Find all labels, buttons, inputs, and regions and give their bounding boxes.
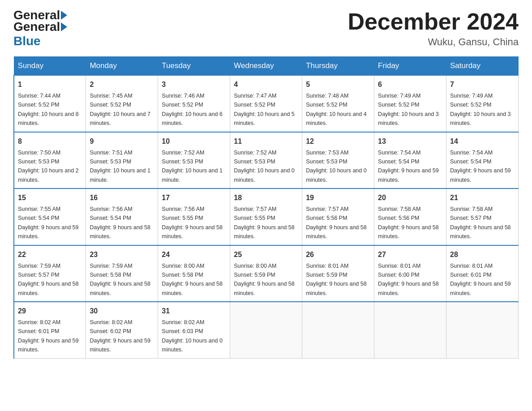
logo-blue-text: Blue <box>13 34 41 48</box>
calendar-week-row: 29 Sunrise: 8:02 AMSunset: 6:01 PMDaylig… <box>14 302 519 358</box>
table-row: 22 Sunrise: 7:59 AMSunset: 5:57 PMDaylig… <box>14 245 86 302</box>
calendar-week-row: 1 Sunrise: 7:44 AMSunset: 5:52 PMDayligh… <box>14 75 519 132</box>
day-info: Sunrise: 7:52 AMSunset: 5:53 PMDaylight:… <box>234 150 295 183</box>
col-friday: Friday <box>374 57 446 76</box>
location-title: Wuku, Gansu, China <box>348 36 519 48</box>
day-info: Sunrise: 7:58 AMSunset: 5:56 PMDaylight:… <box>378 206 439 240</box>
day-number: 18 <box>234 193 298 203</box>
logo-triangle-icon <box>61 11 67 20</box>
table-row: 24 Sunrise: 8:00 AMSunset: 5:58 PMDaylig… <box>158 245 230 302</box>
day-number: 1 <box>18 79 82 90</box>
day-info: Sunrise: 8:00 AMSunset: 5:58 PMDaylight:… <box>162 263 223 296</box>
table-row: 14 Sunrise: 7:54 AMSunset: 5:54 PMDaylig… <box>446 132 519 189</box>
day-number: 23 <box>90 249 154 260</box>
day-number: 12 <box>306 136 370 147</box>
table-row: 2 Sunrise: 7:45 AMSunset: 5:52 PMDayligh… <box>86 75 158 132</box>
day-number: 20 <box>378 193 442 203</box>
table-row: 23 Sunrise: 7:59 AMSunset: 5:58 PMDaylig… <box>86 245 158 302</box>
table-row: 8 Sunrise: 7:50 AMSunset: 5:53 PMDayligh… <box>14 132 86 189</box>
day-info: Sunrise: 8:01 AMSunset: 6:00 PMDaylight:… <box>378 263 439 296</box>
table-row: 20 Sunrise: 7:58 AMSunset: 5:56 PMDaylig… <box>374 188 446 245</box>
day-number: 5 <box>306 79 370 90</box>
day-info: Sunrise: 7:51 AMSunset: 5:53 PMDaylight:… <box>90 150 150 183</box>
logo-general-text2: General <box>13 20 60 34</box>
table-row: 26 Sunrise: 8:01 AMSunset: 5:59 PMDaylig… <box>302 245 374 302</box>
day-info: Sunrise: 7:49 AMSunset: 5:52 PMDaylight:… <box>378 93 439 126</box>
day-number: 8 <box>18 136 82 147</box>
col-tuesday: Tuesday <box>158 57 230 76</box>
day-info: Sunrise: 7:55 AMSunset: 5:54 PMDaylight:… <box>18 206 79 240</box>
table-row: 9 Sunrise: 7:51 AMSunset: 5:53 PMDayligh… <box>86 132 158 189</box>
table-row: 10 Sunrise: 7:52 AMSunset: 5:53 PMDaylig… <box>158 132 230 189</box>
day-number: 13 <box>378 136 442 147</box>
table-row: 16 Sunrise: 7:56 AMSunset: 5:54 PMDaylig… <box>86 188 158 245</box>
table-row: 21 Sunrise: 7:58 AMSunset: 5:57 PMDaylig… <box>446 188 519 245</box>
day-number: 3 <box>162 79 226 90</box>
day-info: Sunrise: 8:01 AMSunset: 5:59 PMDaylight:… <box>306 263 367 296</box>
month-title: December 2024 <box>348 9 519 34</box>
table-row: 29 Sunrise: 8:02 AMSunset: 6:01 PMDaylig… <box>14 302 86 358</box>
day-info: Sunrise: 8:02 AMSunset: 6:02 PMDaylight:… <box>90 319 150 353</box>
logo: General General Blue <box>13 9 68 48</box>
table-row: 6 Sunrise: 7:49 AMSunset: 5:52 PMDayligh… <box>374 75 446 132</box>
day-number: 16 <box>90 193 154 203</box>
calendar-week-row: 15 Sunrise: 7:55 AMSunset: 5:54 PMDaylig… <box>14 188 519 245</box>
day-info: Sunrise: 8:02 AMSunset: 6:03 PMDaylight:… <box>162 319 223 353</box>
day-number: 14 <box>450 136 515 147</box>
day-info: Sunrise: 7:54 AMSunset: 5:54 PMDaylight:… <box>450 150 511 183</box>
day-info: Sunrise: 8:00 AMSunset: 5:59 PMDaylight:… <box>234 263 295 296</box>
table-row: 12 Sunrise: 7:53 AMSunset: 5:53 PMDaylig… <box>302 132 374 189</box>
calendar-header-row: Sunday Monday Tuesday Wednesday Thursday… <box>14 57 519 76</box>
table-row: 5 Sunrise: 7:48 AMSunset: 5:52 PMDayligh… <box>302 75 374 132</box>
day-number: 11 <box>234 136 298 147</box>
day-number: 6 <box>378 79 442 90</box>
day-info: Sunrise: 7:48 AMSunset: 5:52 PMDaylight:… <box>306 93 367 126</box>
day-number: 26 <box>306 249 370 260</box>
table-row <box>374 302 446 358</box>
col-monday: Monday <box>86 57 158 76</box>
day-info: Sunrise: 8:01 AMSunset: 6:01 PMDaylight:… <box>450 263 511 296</box>
day-number: 25 <box>234 249 298 260</box>
table-row: 15 Sunrise: 7:55 AMSunset: 5:54 PMDaylig… <box>14 188 86 245</box>
day-number: 19 <box>306 193 370 203</box>
col-saturday: Saturday <box>446 57 519 76</box>
table-row: 30 Sunrise: 8:02 AMSunset: 6:02 PMDaylig… <box>86 302 158 358</box>
table-row: 3 Sunrise: 7:46 AMSunset: 5:52 PMDayligh… <box>158 75 230 132</box>
table-row: 17 Sunrise: 7:56 AMSunset: 5:55 PMDaylig… <box>158 188 230 245</box>
logo-triangle-icon2 <box>61 22 67 31</box>
day-info: Sunrise: 7:47 AMSunset: 5:52 PMDaylight:… <box>234 93 295 126</box>
day-number: 30 <box>90 306 154 317</box>
page-header: General General Blue December 2024 Wuku,… <box>13 9 519 48</box>
table-row: 4 Sunrise: 7:47 AMSunset: 5:52 PMDayligh… <box>230 75 302 132</box>
day-number: 4 <box>234 79 298 90</box>
day-number: 22 <box>18 249 82 260</box>
day-info: Sunrise: 7:56 AMSunset: 5:54 PMDaylight:… <box>90 206 150 240</box>
day-number: 28 <box>450 249 515 260</box>
day-number: 21 <box>450 193 515 203</box>
day-info: Sunrise: 7:52 AMSunset: 5:53 PMDaylight:… <box>162 150 223 183</box>
table-row <box>230 302 302 358</box>
table-row: 11 Sunrise: 7:52 AMSunset: 5:53 PMDaylig… <box>230 132 302 189</box>
day-info: Sunrise: 7:53 AMSunset: 5:53 PMDaylight:… <box>306 150 367 183</box>
day-info: Sunrise: 7:49 AMSunset: 5:52 PMDaylight:… <box>450 93 511 126</box>
table-row <box>446 302 519 358</box>
table-row: 31 Sunrise: 8:02 AMSunset: 6:03 PMDaylig… <box>158 302 230 358</box>
day-info: Sunrise: 7:58 AMSunset: 5:57 PMDaylight:… <box>450 206 511 240</box>
day-info: Sunrise: 7:54 AMSunset: 5:54 PMDaylight:… <box>378 150 439 183</box>
table-row: 1 Sunrise: 7:44 AMSunset: 5:52 PMDayligh… <box>14 75 86 132</box>
day-number: 10 <box>162 136 226 147</box>
day-number: 29 <box>18 306 82 317</box>
col-sunday: Sunday <box>14 57 86 76</box>
day-number: 9 <box>90 136 154 147</box>
day-number: 31 <box>162 306 226 317</box>
table-row: 25 Sunrise: 8:00 AMSunset: 5:59 PMDaylig… <box>230 245 302 302</box>
calendar-week-row: 8 Sunrise: 7:50 AMSunset: 5:53 PMDayligh… <box>14 132 519 189</box>
col-thursday: Thursday <box>302 57 374 76</box>
day-number: 24 <box>162 249 226 260</box>
day-info: Sunrise: 7:57 AMSunset: 5:56 PMDaylight:… <box>306 206 367 240</box>
table-row: 19 Sunrise: 7:57 AMSunset: 5:56 PMDaylig… <box>302 188 374 245</box>
day-info: Sunrise: 7:45 AMSunset: 5:52 PMDaylight:… <box>90 93 150 126</box>
title-area: December 2024 Wuku, Gansu, China <box>348 9 519 48</box>
day-number: 2 <box>90 79 154 90</box>
day-info: Sunrise: 7:46 AMSunset: 5:52 PMDaylight:… <box>162 93 223 126</box>
